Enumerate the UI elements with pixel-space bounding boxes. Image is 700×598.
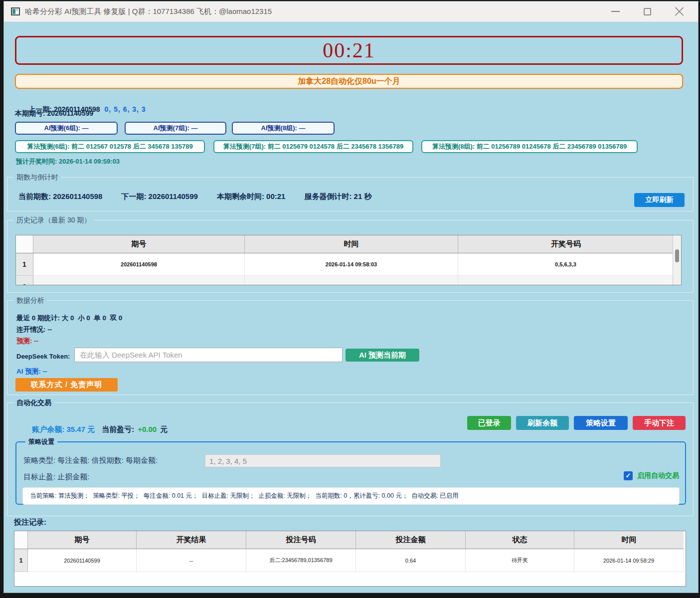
logged-in-button[interactable]: 已登录: [467, 416, 511, 430]
algo-predict-6-button[interactable]: 算法预测(6组): 前二 012567 012578 后二 345678 135…: [15, 140, 205, 153]
ad-banner: 加拿大28自动化仅80u一个月: [15, 74, 683, 89]
algo-predict-8-button[interactable]: 算法预测(8组): 前二 01256789 01245678 后二 234567…: [421, 140, 638, 153]
app-icon: [11, 7, 20, 15]
auto-trade-toggle[interactable]: 启用自动交易: [624, 471, 679, 480]
streak-text: 连开情况: --: [16, 325, 52, 334]
bet-records-table: 期号 开奖结果 投注号码 投注金额 状态 时间 1 202601140599 -…: [14, 531, 686, 587]
table-row[interactable]: 2 202601140597 2026-01-14 09:57:03 9,7,8…: [16, 276, 673, 285]
refresh-balance-button[interactable]: 刷新余额: [516, 416, 569, 430]
current-issue-text: 当前期数: 202601140598: [18, 192, 102, 201]
cell-numbers: 9,7,8,9,3: [458, 276, 674, 285]
ai-predict-8-button[interactable]: AI预测(8组): —: [232, 122, 335, 135]
history-group-title: 历史记录（最新 30 期）: [13, 216, 94, 225]
history-table-header: 期号 时间 开奖号码: [16, 235, 673, 253]
ai-predict-current-button[interactable]: AI 预测当前期: [346, 349, 419, 362]
expected-draw-time: 预计开奖时间: 2026-01-14 09:59:03: [16, 157, 120, 166]
strategy-group-title: 策略设置: [25, 437, 57, 446]
close-button[interactable]: [663, 2, 695, 20]
server-countdown-text: 服务器倒计时: 21 秒: [304, 192, 371, 201]
bets-col-result: 开奖结果: [137, 531, 246, 549]
app-window: 哈希分分彩 AI预测工具 修复版 | Q群：1077134386 飞机：@lao…: [4, 1, 698, 593]
history-scrollbar-thumb[interactable]: [675, 249, 679, 262]
previous-draw-numbers: 0, 5, 6, 3, 3: [105, 105, 146, 113]
token-label: DeepSeek Token:: [16, 353, 70, 360]
manual-bet-button[interactable]: 手动下注: [633, 416, 686, 430]
prediction-text: 预测: --: [16, 337, 38, 346]
bets-table-header: 期号 开奖结果 投注号码 投注金额 状态 时间: [14, 531, 686, 549]
window-controls: [599, 2, 695, 20]
cell-numbers: 0,5,6,3,3: [458, 253, 674, 276]
cell-time: 2026-01-14 09:58:03: [245, 253, 458, 276]
row-number: 1: [16, 253, 33, 276]
history-table: 期号 时间 开奖号码 1 202601140598 2026-01-14 09:…: [15, 235, 682, 285]
cell-bet-numbers: 后二:23456789,01356789: [246, 549, 356, 572]
cell-result: --: [137, 549, 246, 572]
minimize-icon: [611, 11, 620, 12]
per-issue-amounts-input[interactable]: [205, 454, 441, 467]
history-group: 历史记录（最新 30 期） 期号 时间 开奖号码 1 202601140598 …: [7, 220, 694, 293]
strategy-group: 策略设置 策略类型: 每注金额: 倍投期数: 每期金额: 目标止盈: 止损金额:…: [15, 441, 686, 505]
contact-disclaimer-button[interactable]: 联系方式 / 免责声明: [15, 378, 118, 392]
ai-predict-6-button[interactable]: AI预测(6组): —: [15, 122, 118, 135]
history-col-time: 时间: [245, 235, 458, 253]
cell-issue: 202601140597: [33, 276, 245, 285]
countdown-group: 期数与倒计时 当前期数: 202601140598 下一期: 202601140…: [7, 177, 694, 211]
bets-col-time: 时间: [574, 531, 684, 549]
bets-col-issue: 期号: [28, 531, 137, 549]
minimize-button[interactable]: [599, 2, 631, 20]
countdown-timer-box: 00:21: [15, 36, 683, 65]
ai-prediction-text: AI 预测: --: [16, 367, 47, 376]
strategy-settings-button[interactable]: 策略设置: [574, 416, 628, 430]
cell-status: 待开奖: [466, 549, 574, 572]
ai-predict-7-button[interactable]: AI预测(7组): —: [125, 122, 226, 135]
bets-corner-cell: [14, 531, 28, 549]
trading-group: 自动化交易 账户余额: 35.47 元当前盈亏:+0.00元 已登录 刷新余额 …: [7, 402, 694, 516]
maximize-icon: [644, 8, 651, 15]
recent-stats-text: 最近 0 期统计: 大 0 小 0 单 0 双 0: [16, 314, 122, 323]
cell-amount: 0.64: [356, 549, 466, 572]
strategy-row1-label: 策略类型: 每注金额: 倍投期数: 每期金额:: [23, 456, 158, 465]
current-draw-line: 本期期号: 202601140599: [15, 109, 93, 118]
bet-records-title: 投注记录:: [14, 518, 46, 527]
main-content: 00:21 加拿大28自动化仅80u一个月 上一期: 2026011405980…: [4, 22, 698, 593]
close-icon: [675, 7, 684, 16]
next-issue-text: 下一期: 202601140599: [121, 192, 197, 201]
deepseek-token-input[interactable]: [74, 348, 343, 362]
bets-col-numbers: 投注号码: [246, 531, 356, 549]
bets-col-status: 状态: [466, 531, 574, 549]
account-balance-text: 账户余额: 35.47 元: [32, 425, 95, 433]
maximize-button[interactable]: [631, 2, 663, 20]
row-number: 2: [16, 276, 33, 285]
auto-trade-checkbox[interactable]: [624, 471, 633, 480]
row-number: 1: [14, 549, 28, 572]
analysis-group: 数据分析 最近 0 期统计: 大 0 小 0 单 0 双 0 连开情况: -- …: [7, 300, 694, 395]
trading-group-title: 自动化交易: [13, 399, 54, 407]
refresh-now-button[interactable]: 立即刷新: [634, 193, 685, 207]
history-col-numbers: 开奖号码: [458, 235, 674, 253]
strategy-status-bar: 当前策略: 算法预测； 策略类型: 平投； 每注金额: 0.01 元； 目标止盈…: [22, 487, 680, 505]
remaining-time-text: 本期剩余时间: 00:21: [217, 192, 286, 201]
profit-loss-unit: 元: [160, 425, 168, 433]
algo-predict-7-button[interactable]: 算法预测(7组): 前二 0125679 0124578 后二 2345678 …: [213, 140, 413, 153]
profit-loss-label: 当前盈亏:: [102, 425, 134, 433]
history-scrollbar[interactable]: [673, 235, 681, 285]
countdown-timer-value: 00:21: [323, 38, 375, 62]
window-title: 哈希分分彩 AI预测工具 修复版 | Q群：1077134386 飞机：@lao…: [25, 7, 272, 16]
table-row[interactable]: 1 202601140599 -- 后二:23456789,01356789 0…: [14, 549, 686, 572]
cell-time: 2026-01-14 09:57:03: [245, 276, 458, 285]
cell-issue: 202601140599: [28, 549, 137, 572]
profit-loss-value: +0.00: [138, 425, 157, 433]
analysis-group-title: 数据分析: [13, 296, 47, 305]
bets-col-amount: 投注金额: [356, 531, 466, 549]
countdown-info-row: 当前期数: 202601140598 下一期: 202601140599 本期剩…: [18, 192, 371, 201]
countdown-group-title: 期数与倒计时: [13, 173, 61, 182]
history-col-issue: 期号: [33, 235, 245, 253]
strategy-row2-label: 目标止盈: 止损金额:: [23, 472, 90, 482]
auto-trade-label: 启用自动交易: [637, 471, 679, 480]
history-corner-cell: [16, 235, 33, 253]
window-titlebar[interactable]: 哈希分分彩 AI预测工具 修复版 | Q群：1077134386 飞机：@lao…: [4, 1, 698, 22]
cell-time: 2026-01-14 09:58:29: [574, 549, 684, 572]
table-row[interactable]: 1 202601140598 2026-01-14 09:58:03 0,5,6…: [16, 253, 673, 276]
cell-issue: 202601140598: [33, 253, 245, 276]
